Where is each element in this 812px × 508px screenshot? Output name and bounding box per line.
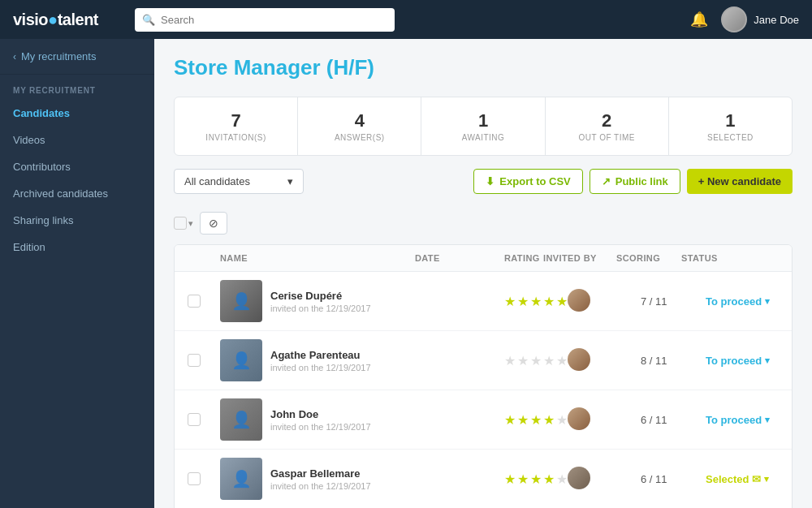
search-bar[interactable]: 🔍 [135,8,395,32]
row-4-checkbox[interactable] [188,472,201,485]
candidate-details-4: Gaspar Bellemare invited on the 12/19/20… [270,467,371,491]
stat-awaiting: 1 AWAITING [421,97,545,155]
th-date: Date [415,253,504,263]
sidebar-label-videos: Videos [13,134,45,146]
th-status: Status [681,253,779,263]
candidate-info-2: 👤 Agathe Parenteau invited on the 12/19/… [220,339,415,381]
candidate-name-4: Gaspar Bellemare [270,467,371,480]
bell-icon[interactable]: 🔔 [690,11,708,28]
candidate-rating-3: ★ ★ ★ ★ ★ [504,412,568,428]
th-invited-by: Invited by [543,253,616,263]
sidebar-label-archived: Archived candidates [13,187,108,200]
invited-by-1 [568,289,641,314]
logo: visio●talent [13,11,119,29]
status-button-2[interactable]: To proceed ▾ [706,355,793,367]
th-rating: Rating [504,253,543,263]
candidate-photo-3: 👤 [220,398,262,441]
stat-invitations-label: INVITATION(S) [184,133,287,142]
row-3-checkbox[interactable] [188,413,201,426]
row-checkbox-3 [188,413,220,426]
sidebar-label-candidates: Candidates [13,107,70,119]
candidate-info-4: 👤 Gaspar Bellemare invited on the 12/19/… [220,458,415,500]
status-1: To proceed ▾ [706,295,793,308]
export-csv-button[interactable]: ⬇ Export to CSV [473,169,582,194]
table-header: Name Date Rating Invited by Scoring Stat… [175,245,792,272]
checkbox-dropdown-arrow[interactable]: ▾ [188,218,193,229]
toolbar-actions: ⬇ Export to CSV ↗ Public link + New cand… [473,169,793,194]
stat-awaiting-label: AWAITING [431,133,534,142]
table-controls: ▾ ⊘ [174,205,793,241]
sidebar-back-label: My recruitments [21,50,96,62]
chevron-left-icon: ‹ [13,51,16,62]
sidebar: ‹ My recruitments MY RECRUITMENT Candida… [0,39,154,508]
top-navigation: visio●talent 🔍 🔔 Jane Doe [0,0,812,39]
candidate-date-2: invited on the 12/19/2017 [270,363,371,372]
sidebar-item-candidates[interactable]: Candidates [0,100,154,127]
select-all-wrap: ▾ [174,217,193,230]
sidebar-item-videos[interactable]: Videos [0,127,154,153]
stat-answers-number: 4 [308,110,411,131]
public-link-button[interactable]: ↗ Public link [590,169,680,194]
status-button-4[interactable]: Selected ✉ ▾ [706,473,793,485]
scoring-2: 8 / 11 [641,355,706,367]
sidebar-label-contributors: Contributors [13,161,71,173]
candidate-photo-2: 👤 [220,339,262,381]
stat-out-of-time-number: 2 [555,110,659,131]
candidate-name-2: Agathe Parenteau [270,349,371,361]
status-button-1[interactable]: To proceed ▾ [706,295,793,308]
candidate-date-4: invited on the 12/19/2017 [270,481,371,491]
search-input[interactable] [135,8,395,32]
row-checkbox-1 [188,295,220,308]
th-name: Name [220,253,415,263]
candidates-table: Name Date Rating Invited by Scoring Stat… [174,244,793,508]
candidate-name-3: John Doe [270,408,371,420]
status-3: To proceed ▾ [706,414,793,426]
sidebar-section-label: MY RECRUITMENT [0,75,154,100]
candidate-details-3: John Doe invited on the 12/19/2017 [270,408,371,432]
row-checkbox-4 [188,472,220,485]
candidate-rating-4: ★ ★ ★ ★ ★ [504,471,568,487]
new-candidate-button[interactable]: + New candidate [687,169,793,194]
sidebar-item-archived[interactable]: Archived candidates [0,180,154,207]
export-label: Export to CSV [499,175,570,187]
sidebar-item-contributors[interactable]: Contributors [0,153,154,180]
download-icon: ⬇ [486,175,495,187]
stat-out-of-time-label: OUT OF TIME [555,133,659,142]
table-row: 👤 Cerise Dupéré invited on the 12/19/201… [175,272,792,331]
stat-answers-label: ANSWER(S) [308,133,411,142]
invited-by-2 [568,348,641,373]
sidebar-label-sharing: Sharing links [13,214,73,226]
main-content: Store Manager (H/F) 7 INVITATION(S) 4 AN… [154,39,812,508]
sidebar-item-edition[interactable]: Edition [0,234,154,260]
stat-invitations-number: 7 [184,110,287,131]
row-1-checkbox[interactable] [188,295,201,308]
status-button-3[interactable]: To proceed ▾ [706,414,793,426]
new-candidate-label: + New candidate [698,175,781,187]
filter-dropdown[interactable]: All candidates ▾ [174,169,304,194]
status-arrow-1: ▾ [765,296,770,307]
invited-avatar-4 [568,467,590,489]
candidate-name-1: Cerise Dupéré [270,290,371,302]
stat-selected-label: SELECTED [679,133,782,142]
column-filter-button[interactable]: ⊘ [200,212,227,235]
stat-out-of-time: 2 OUT OF TIME [546,97,669,155]
candidate-date-3: invited on the 12/19/2017 [270,422,371,432]
row-2-checkbox[interactable] [188,354,201,367]
link-icon: ↗ [602,175,611,187]
sidebar-back-button[interactable]: ‹ My recruitments [0,39,154,75]
table-row: 👤 Gaspar Bellemare invited on the 12/19/… [175,450,792,508]
user-area: Jane Doe [721,6,799,32]
invited-by-3 [568,407,641,433]
layout: ‹ My recruitments MY RECRUITMENT Candida… [0,39,812,508]
dropdown-arrow-icon: ▾ [287,175,293,187]
stats-row: 7 INVITATION(S) 4 ANSWER(S) 1 AWAITING 2… [174,97,793,156]
user-name: Jane Doe [754,14,799,26]
scoring-1: 7 / 11 [641,295,706,308]
stat-answers: 4 ANSWER(S) [298,97,421,155]
sidebar-item-sharing[interactable]: Sharing links [0,207,154,234]
search-icon: 🔍 [142,14,155,26]
select-all-checkbox[interactable] [174,217,187,230]
filter-icon: ⊘ [209,217,218,230]
table-row: 👤 John Doe invited on the 12/19/2017 ★ ★… [175,390,792,450]
toolbar: All candidates ▾ ⬇ Export to CSV ↗ Publi… [174,169,793,194]
